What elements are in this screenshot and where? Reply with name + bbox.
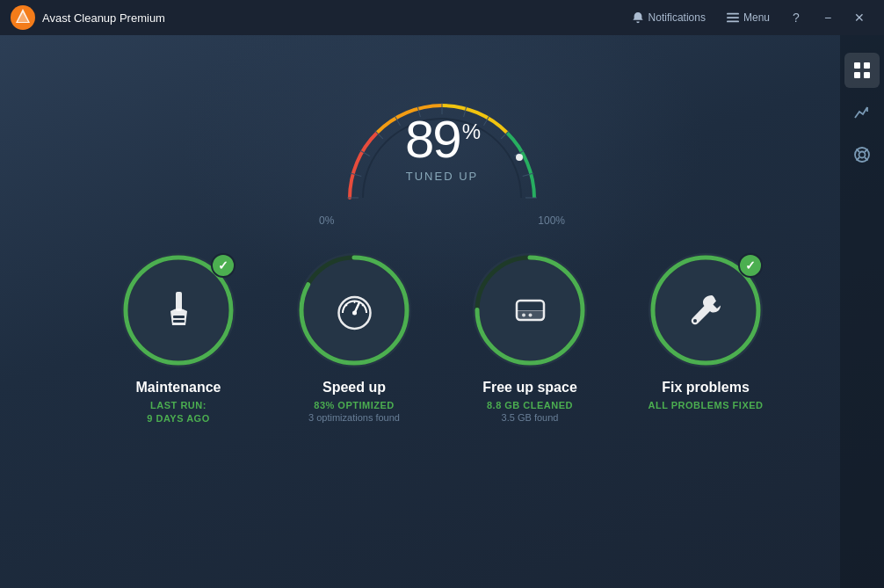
speedup-card[interactable]: Speed up 83% OPTIMIZED 3 optimizations f… bbox=[284, 253, 424, 423]
speedup-secondary: 3 optimizations found bbox=[308, 412, 400, 423]
grid-icon bbox=[853, 62, 871, 79]
svg-rect-2 bbox=[727, 17, 739, 18]
svg-point-48 bbox=[693, 319, 697, 323]
maintenance-status: LAST RUN: 9 DAYS AGO bbox=[147, 399, 209, 426]
speedup-title: Speed up bbox=[322, 380, 386, 396]
broom-icon bbox=[155, 287, 203, 335]
sidebar-chart-button[interactable] bbox=[844, 95, 880, 130]
chart-icon bbox=[853, 104, 871, 121]
maintenance-circle: ✓ bbox=[121, 253, 235, 367]
app-title: Avast Cleanup Premium bbox=[42, 11, 165, 25]
svg-rect-5 bbox=[864, 62, 870, 69]
maintenance-card[interactable]: ✓ Maintenance LAST RUN: 9 DAYS AGO bbox=[108, 253, 249, 426]
svg-rect-30 bbox=[173, 316, 185, 318]
svg-point-27 bbox=[516, 154, 523, 161]
fixproblems-circle: ✓ bbox=[649, 253, 763, 367]
svg-rect-3 bbox=[727, 21, 739, 23]
svg-point-44 bbox=[522, 313, 525, 316]
app-logo: Avast Cleanup Premium bbox=[11, 5, 165, 30]
svg-rect-43 bbox=[517, 310, 544, 311]
svg-line-13 bbox=[865, 157, 868, 161]
svg-rect-4 bbox=[854, 62, 860, 69]
notifications-label: Notifications bbox=[649, 11, 706, 24]
freespace-title: Free up space bbox=[482, 380, 577, 396]
freespace-secondary: 3.5 GB found bbox=[502, 412, 559, 423]
titlebar: Avast Cleanup Premium Notifications Menu… bbox=[0, 0, 884, 35]
svg-line-12 bbox=[857, 157, 860, 161]
sidebar-help-button[interactable] bbox=[844, 137, 880, 172]
freespace-status: 8.8 GB CLEANED bbox=[487, 399, 573, 412]
gauge-max-label: 100% bbox=[538, 214, 565, 227]
gauge-container: 89% TUNED UP bbox=[328, 70, 556, 211]
freespace-circle bbox=[473, 253, 587, 367]
drive-icon bbox=[506, 287, 554, 335]
close-button[interactable]: ✕ bbox=[845, 4, 873, 32]
menu-button[interactable]: Menu bbox=[718, 8, 779, 27]
svg-point-9 bbox=[859, 152, 866, 158]
help-button[interactable]: ? bbox=[782, 4, 810, 32]
titlebar-controls: Notifications Menu ? − ✕ bbox=[623, 4, 873, 32]
fixproblems-check-badge: ✓ bbox=[738, 253, 763, 278]
minimize-button[interactable]: − bbox=[814, 4, 842, 32]
svg-point-35 bbox=[352, 310, 357, 315]
sidebar-grid-button[interactable] bbox=[844, 53, 880, 88]
sidebar bbox=[840, 35, 884, 588]
fixproblems-title: Fix problems bbox=[662, 380, 750, 396]
main-content: 89% TUNED UP 0% 100% bbox=[0, 35, 884, 588]
avast-logo-icon bbox=[11, 5, 35, 30]
gauge-center-text: 89% TUNED UP bbox=[405, 113, 479, 183]
svg-point-45 bbox=[528, 313, 532, 316]
cards-section: ✓ Maintenance LAST RUN: 9 DAYS AGO bbox=[108, 253, 776, 426]
maintenance-check-badge: ✓ bbox=[211, 253, 235, 278]
wrench-icon bbox=[682, 287, 730, 335]
freespace-card[interactable]: Free up space 8.8 GB CLEANED 3.5 GB foun… bbox=[460, 253, 600, 423]
gauge-status: TUNED UP bbox=[405, 170, 479, 183]
notifications-button[interactable]: Notifications bbox=[623, 8, 714, 27]
svg-rect-28 bbox=[176, 292, 182, 311]
svg-rect-1 bbox=[727, 13, 739, 15]
speedup-circle bbox=[297, 253, 411, 367]
gauge-percent: 89% bbox=[405, 113, 479, 166]
menu-label: Menu bbox=[743, 11, 770, 24]
fixproblems-card[interactable]: ✓ Fix problems ALL PROBLEMS FIXED bbox=[635, 253, 776, 412]
svg-line-10 bbox=[857, 149, 860, 153]
maintenance-title: Maintenance bbox=[136, 380, 221, 396]
gauge-min-label: 0% bbox=[319, 214, 334, 227]
speedometer-icon bbox=[330, 287, 379, 335]
fixproblems-status: ALL PROBLEMS FIXED bbox=[648, 399, 763, 412]
bell-icon bbox=[632, 11, 644, 24]
svg-rect-7 bbox=[864, 72, 870, 78]
gauge-labels: 0% 100% bbox=[319, 214, 565, 227]
lifebuoy-icon bbox=[853, 146, 871, 163]
menu-icon bbox=[727, 11, 739, 24]
svg-rect-29 bbox=[173, 320, 185, 323]
svg-line-11 bbox=[865, 149, 868, 153]
gauge-section: 89% TUNED UP 0% 100% bbox=[319, 70, 565, 227]
speedup-status: 83% OPTIMIZED bbox=[314, 399, 394, 412]
svg-rect-6 bbox=[854, 72, 860, 78]
